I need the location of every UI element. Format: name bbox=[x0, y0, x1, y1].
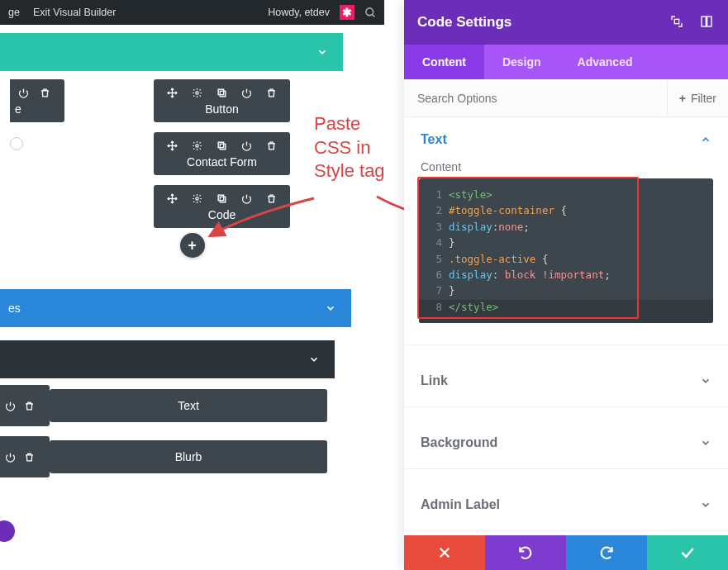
code-line: .toggle-active { bbox=[449, 251, 548, 267]
line-number: 6 bbox=[427, 267, 442, 283]
section-header[interactable]: es bbox=[0, 289, 351, 327]
svg-point-8 bbox=[196, 197, 198, 199]
filter-button[interactable]: + Filter bbox=[667, 79, 728, 116]
user-avatar[interactable]: ✱ bbox=[340, 5, 354, 20]
admin-bar-item[interactable]: ge bbox=[3, 7, 25, 18]
line-number: 8 bbox=[427, 299, 442, 315]
power-icon[interactable] bbox=[17, 86, 30, 99]
svg-point-5 bbox=[196, 144, 198, 146]
power-icon[interactable] bbox=[240, 86, 254, 99]
svg-rect-3 bbox=[218, 89, 224, 95]
section-title: Background bbox=[421, 435, 497, 450]
panel-action-bar bbox=[404, 535, 728, 570]
code-line: } bbox=[449, 283, 455, 298]
module-tools bbox=[0, 436, 50, 477]
search-options-row: + Filter bbox=[404, 79, 728, 117]
chevron-up-icon bbox=[308, 354, 320, 365]
panel-header: Code Settings bbox=[404, 0, 728, 45]
code-editor[interactable]: 1<style>2#toggle-container {3 display:no… bbox=[419, 178, 713, 323]
search-icon[interactable] bbox=[359, 0, 381, 25]
trash-icon[interactable] bbox=[24, 401, 35, 411]
power-icon[interactable] bbox=[240, 139, 254, 152]
chevron-up-icon bbox=[325, 302, 336, 314]
expand-icon[interactable] bbox=[670, 15, 685, 30]
power-icon[interactable] bbox=[5, 401, 16, 411]
divider bbox=[404, 530, 728, 531]
divider bbox=[404, 406, 728, 407]
tab-content[interactable]: Content bbox=[404, 45, 484, 79]
svg-rect-11 bbox=[674, 19, 678, 23]
floating-handle[interactable] bbox=[0, 520, 15, 542]
code-line: <style> bbox=[449, 187, 492, 202]
module-item[interactable]: e bbox=[10, 79, 64, 122]
line-number: 5 bbox=[427, 251, 442, 267]
move-icon[interactable] bbox=[166, 139, 179, 152]
section-label-fragment: es bbox=[8, 302, 21, 315]
divider bbox=[404, 468, 728, 469]
svg-rect-13 bbox=[707, 17, 711, 26]
module-settings-panel: Code Settings Content Design Advanced + … bbox=[404, 0, 728, 570]
chevron-down-icon bbox=[700, 437, 711, 449]
module-item[interactable]: Code bbox=[154, 185, 290, 228]
gear-icon[interactable] bbox=[191, 86, 204, 99]
gear-icon[interactable] bbox=[191, 139, 204, 152]
redo-button[interactable] bbox=[566, 535, 647, 570]
section-toggle-text[interactable]: Text bbox=[404, 117, 728, 152]
chevron-down-icon bbox=[700, 499, 711, 511]
discard-button[interactable] bbox=[404, 535, 485, 570]
chevron-up-icon bbox=[316, 46, 328, 58]
snap-icon[interactable] bbox=[700, 15, 715, 30]
trash-icon[interactable] bbox=[265, 139, 278, 152]
filter-label: Filter bbox=[691, 92, 716, 105]
trash-icon[interactable] bbox=[24, 452, 35, 463]
move-icon[interactable] bbox=[166, 192, 179, 205]
add-module-button[interactable]: + bbox=[180, 233, 205, 258]
move-icon[interactable] bbox=[166, 86, 179, 99]
power-icon[interactable] bbox=[5, 452, 16, 463]
module-item[interactable]: Button bbox=[154, 79, 290, 122]
code-line: #toggle-container { bbox=[449, 202, 567, 218]
section-toggle-background[interactable]: Background bbox=[404, 420, 728, 455]
settings-tabs: Content Design Advanced bbox=[404, 45, 728, 79]
duplicate-icon[interactable] bbox=[216, 192, 229, 205]
section-title: Admin Label bbox=[421, 497, 500, 512]
duplicate-icon[interactable] bbox=[216, 139, 229, 152]
trash-icon[interactable] bbox=[38, 86, 51, 99]
tab-design[interactable]: Design bbox=[484, 45, 559, 79]
save-button[interactable] bbox=[647, 535, 728, 570]
power-icon[interactable] bbox=[240, 192, 254, 205]
row-header[interactable] bbox=[0, 340, 335, 378]
module-label: Button bbox=[160, 102, 283, 116]
line-number: 7 bbox=[427, 283, 442, 298]
module-label: e bbox=[15, 102, 59, 116]
module-item[interactable]: Contact Form bbox=[154, 132, 290, 175]
gear-icon[interactable] bbox=[191, 192, 204, 205]
svg-rect-6 bbox=[218, 142, 224, 148]
tab-advanced[interactable]: Advanced bbox=[559, 45, 651, 79]
divider bbox=[404, 344, 728, 345]
section-title: Text bbox=[421, 132, 447, 147]
exit-visual-builder[interactable]: Exit Visual Builder bbox=[28, 7, 121, 18]
section-title: Link bbox=[421, 373, 448, 388]
code-line: display:none; bbox=[449, 219, 530, 235]
drag-handle-dot[interactable] bbox=[10, 137, 23, 150]
code-line: display: block !important; bbox=[449, 267, 611, 283]
admin-bar-greeting[interactable]: Howdy, etdev bbox=[263, 7, 335, 18]
plus-icon: + bbox=[679, 92, 686, 105]
svg-rect-4 bbox=[220, 91, 226, 97]
module-label: Text bbox=[50, 399, 327, 412]
trash-icon[interactable] bbox=[265, 86, 278, 99]
undo-button[interactable] bbox=[485, 535, 566, 570]
section-toggle-admin-label[interactable]: Admin Label bbox=[404, 482, 728, 517]
trash-icon[interactable] bbox=[265, 192, 278, 205]
duplicate-icon[interactable] bbox=[216, 86, 229, 99]
module-label: Blurb bbox=[50, 450, 327, 463]
svg-rect-9 bbox=[218, 195, 224, 201]
chevron-down-icon bbox=[700, 375, 711, 387]
section-header[interactable] bbox=[0, 33, 343, 71]
chevron-up-icon bbox=[700, 134, 711, 145]
search-options-input[interactable] bbox=[404, 92, 667, 105]
module-item[interactable]: Text bbox=[50, 389, 327, 422]
section-toggle-link[interactable]: Link bbox=[404, 359, 728, 393]
module-item[interactable]: Blurb bbox=[50, 440, 327, 473]
